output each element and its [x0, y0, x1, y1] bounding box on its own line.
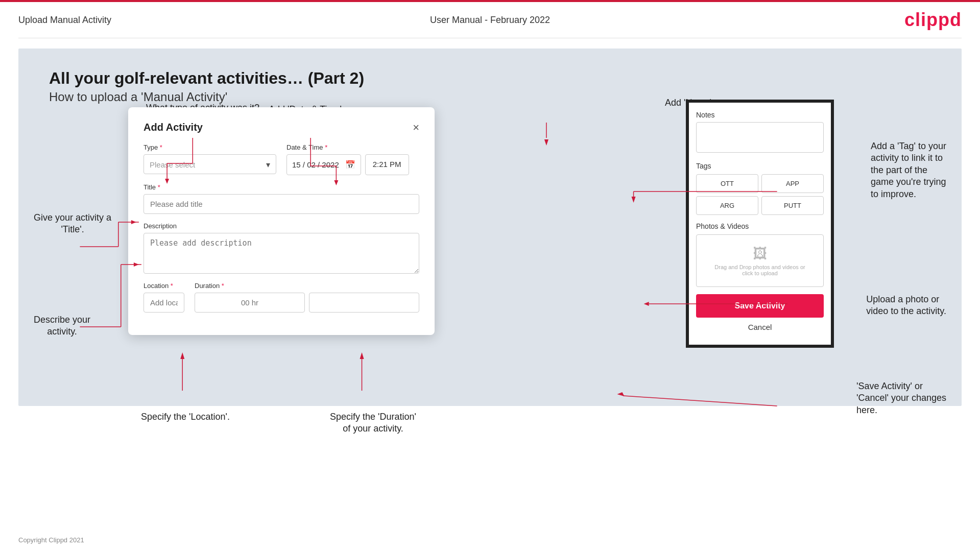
tag-putt[interactable]: PUTT — [761, 196, 824, 215]
svg-marker-18 — [180, 352, 184, 359]
duration-group: Duration * — [195, 282, 419, 313]
cancel-button[interactable]: Cancel — [696, 323, 824, 331]
modal-title: Add Activity — [144, 122, 203, 133]
svg-marker-23 — [544, 139, 548, 146]
annotation-description: Describe your activity. — [34, 314, 90, 338]
modal-area: Add Activity × Type * Please select ▾ — [128, 107, 440, 335]
datetime-group: Date & Time * 15 / 02 / 2022 📅 2:21 PM — [286, 143, 419, 175]
photo-drop-zone[interactable]: 🖼 Drag and Drop photos and videos or cli… — [696, 234, 824, 287]
location-duration-row: Location * Duration * — [144, 282, 419, 313]
tags-label: Tags — [696, 162, 824, 170]
save-activity-button[interactable]: Save Activity — [696, 294, 824, 318]
phone-inner: Notes Tags OTT APP ARG PUTT Photos & Vid… — [689, 103, 831, 345]
type-label: Type * — [144, 143, 276, 151]
svg-marker-30 — [617, 392, 624, 396]
datetime-inputs: 15 / 02 / 2022 📅 2:21 PM — [286, 154, 419, 175]
manual-subtitle: User Manual - February 2022 — [430, 15, 550, 26]
description-label: Description — [144, 222, 419, 230]
duration-min-input[interactable] — [309, 293, 419, 313]
datetime-label: Date & Time * — [286, 143, 419, 151]
svg-marker-28 — [644, 302, 649, 306]
svg-marker-21 — [360, 352, 364, 359]
location-group: Location * — [144, 282, 184, 313]
type-group: Type * Please select ▾ — [144, 143, 276, 175]
calendar-icon: 📅 — [345, 160, 355, 170]
date-input[interactable]: 15 / 02 / 2022 📅 — [286, 154, 361, 175]
duration-hr-input[interactable] — [195, 293, 305, 313]
main-heading: All your golf-relevant activities… (Part… — [49, 69, 931, 88]
description-group: Description — [144, 222, 419, 274]
page-title: Upload Manual Activity — [18, 15, 111, 26]
description-input[interactable] — [144, 233, 419, 274]
annotation-location: Specify the 'Location'. — [141, 411, 230, 423]
photos-label: Photos & Videos — [696, 222, 824, 230]
svg-line-29 — [623, 396, 777, 406]
title-group: Title * — [144, 183, 419, 214]
type-select[interactable] — [144, 154, 276, 174]
modal-header: Add Activity × — [144, 122, 419, 133]
svg-marker-26 — [632, 197, 636, 203]
time-input[interactable]: 2:21 PM — [365, 154, 409, 175]
main-content: All your golf-relevant activities… (Part… — [18, 49, 962, 406]
tag-ott[interactable]: OTT — [696, 174, 758, 193]
phone-panel: Notes Tags OTT APP ARG PUTT Photos & Vid… — [686, 100, 834, 348]
tag-arg[interactable]: ARG — [696, 196, 758, 215]
duration-label: Duration * — [195, 282, 419, 290]
type-datetime-row: Type * Please select ▾ Date & Time * — [144, 143, 419, 175]
header-divider — [18, 38, 962, 38]
notes-label: Notes — [696, 111, 824, 119]
type-select-wrapper[interactable]: Please select ▾ — [144, 154, 276, 174]
tags-grid: OTT APP ARG PUTT — [696, 174, 824, 215]
location-input[interactable] — [144, 293, 184, 313]
copyright: Copyright Clippd 2021 — [18, 536, 84, 544]
annotation-save: 'Save Activity' or 'Cancel' your changes… — [856, 380, 946, 416]
title-input[interactable] — [144, 194, 419, 214]
add-activity-modal: Add Activity × Type * Please select ▾ — [128, 107, 435, 335]
annotation-title: Give your activity a 'Title'. — [34, 212, 111, 236]
photo-icon: 🖼 — [702, 245, 818, 262]
location-label: Location * — [144, 282, 184, 290]
close-button[interactable]: × — [413, 122, 419, 133]
annotation-duration: Specify the 'Duration' of your activity. — [330, 411, 416, 435]
top-bar: Upload Manual Activity User Manual - Feb… — [0, 0, 980, 38]
logo: clippd — [904, 9, 962, 31]
annotation-tag: Add a 'Tag' to your activity to link it … — [871, 140, 946, 200]
tag-app[interactable]: APP — [761, 174, 824, 193]
notes-input[interactable] — [696, 122, 824, 153]
duration-inputs — [195, 293, 419, 313]
photo-placeholder: Drag and Drop photos and videos or click… — [702, 264, 818, 276]
title-label: Title * — [144, 183, 419, 191]
annotation-upload: Upload a photo or video to the activity. — [866, 294, 946, 318]
